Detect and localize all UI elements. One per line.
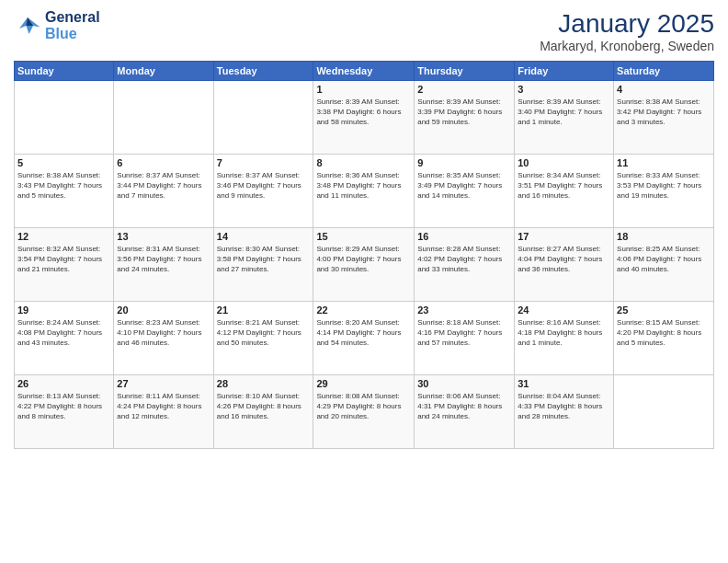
logo: General Blue [14, 9, 100, 42]
table-cell [15, 81, 114, 155]
table-cell: 4Sunrise: 8:38 AM Sunset: 3:42 PM Daylig… [614, 81, 714, 155]
table-cell: 11Sunrise: 8:33 AM Sunset: 3:53 PM Dayli… [614, 155, 714, 228]
day-info: Sunrise: 8:29 AM Sunset: 4:00 PM Dayligh… [316, 244, 411, 275]
table-cell: 19Sunrise: 8:24 AM Sunset: 4:08 PM Dayli… [15, 302, 114, 375]
table-cell: 21Sunrise: 8:21 AM Sunset: 4:12 PM Dayli… [213, 302, 313, 375]
day-number: 5 [17, 157, 110, 168]
day-info: Sunrise: 8:04 AM Sunset: 4:33 PM Dayligh… [518, 391, 610, 422]
day-number: 9 [417, 157, 511, 168]
col-friday: Friday [515, 62, 614, 81]
table-cell: 9Sunrise: 8:35 AM Sunset: 3:49 PM Daylig… [415, 155, 515, 228]
table-cell: 3Sunrise: 8:39 AM Sunset: 3:40 PM Daylig… [515, 81, 614, 155]
day-info: Sunrise: 8:11 AM Sunset: 4:24 PM Dayligh… [117, 391, 210, 422]
day-info: Sunrise: 8:39 AM Sunset: 3:39 PM Dayligh… [417, 97, 511, 128]
day-info: Sunrise: 8:36 AM Sunset: 3:48 PM Dayligh… [316, 170, 411, 201]
table-cell: 26Sunrise: 8:13 AM Sunset: 4:22 PM Dayli… [15, 375, 114, 449]
day-number: 4 [617, 84, 711, 95]
table-cell: 15Sunrise: 8:29 AM Sunset: 4:00 PM Dayli… [313, 228, 415, 302]
title-area: January 2025 Markaryd, Kronoberg, Sweden [540, 9, 714, 53]
day-number: 16 [417, 231, 511, 242]
table-cell [614, 375, 714, 449]
day-number: 10 [518, 157, 610, 168]
table-cell: 13Sunrise: 8:31 AM Sunset: 3:56 PM Dayli… [114, 228, 213, 302]
day-number: 17 [518, 231, 610, 242]
week-row-3: 12Sunrise: 8:32 AM Sunset: 3:54 PM Dayli… [15, 228, 714, 302]
day-number: 12 [17, 231, 110, 242]
table-cell: 5Sunrise: 8:38 AM Sunset: 3:43 PM Daylig… [15, 155, 114, 228]
table-cell: 29Sunrise: 8:08 AM Sunset: 4:29 PM Dayli… [313, 375, 415, 449]
table-cell: 25Sunrise: 8:15 AM Sunset: 4:20 PM Dayli… [614, 302, 714, 375]
calendar: Sunday Monday Tuesday Wednesday Thursday… [14, 61, 714, 449]
calendar-body: 1Sunrise: 8:39 AM Sunset: 3:38 PM Daylig… [15, 81, 714, 449]
day-info: Sunrise: 8:16 AM Sunset: 4:18 PM Dayligh… [518, 317, 610, 349]
day-info: Sunrise: 8:31 AM Sunset: 3:56 PM Dayligh… [117, 244, 210, 275]
col-tuesday: Tuesday [213, 62, 313, 81]
table-cell: 10Sunrise: 8:34 AM Sunset: 3:51 PM Dayli… [515, 155, 614, 228]
day-info: Sunrise: 8:18 AM Sunset: 4:16 PM Dayligh… [417, 317, 511, 349]
week-row-1: 1Sunrise: 8:39 AM Sunset: 3:38 PM Daylig… [15, 81, 714, 155]
table-cell: 14Sunrise: 8:30 AM Sunset: 3:58 PM Dayli… [213, 228, 313, 302]
day-info: Sunrise: 8:35 AM Sunset: 3:49 PM Dayligh… [417, 170, 511, 201]
col-monday: Monday [114, 62, 213, 81]
day-number: 30 [417, 378, 511, 389]
subtitle: Markaryd, Kronoberg, Sweden [540, 39, 714, 53]
calendar-header: Sunday Monday Tuesday Wednesday Thursday… [15, 62, 714, 81]
day-number: 19 [17, 304, 110, 316]
day-info: Sunrise: 8:33 AM Sunset: 3:53 PM Dayligh… [617, 170, 711, 201]
day-info: Sunrise: 8:24 AM Sunset: 4:08 PM Dayligh… [17, 317, 110, 349]
day-number: 23 [417, 304, 511, 316]
logo-icon [14, 12, 41, 40]
day-number: 28 [217, 378, 311, 389]
table-cell: 8Sunrise: 8:36 AM Sunset: 3:48 PM Daylig… [313, 155, 415, 228]
day-number: 27 [117, 378, 210, 389]
table-cell: 12Sunrise: 8:32 AM Sunset: 3:54 PM Dayli… [15, 228, 114, 302]
table-cell: 28Sunrise: 8:10 AM Sunset: 4:26 PM Dayli… [213, 375, 313, 449]
day-info: Sunrise: 8:21 AM Sunset: 4:12 PM Dayligh… [217, 317, 311, 349]
day-number: 3 [518, 84, 610, 95]
day-number: 14 [217, 231, 311, 242]
day-info: Sunrise: 8:13 AM Sunset: 4:22 PM Dayligh… [17, 391, 110, 422]
table-cell: 7Sunrise: 8:37 AM Sunset: 3:46 PM Daylig… [213, 155, 313, 228]
day-info: Sunrise: 8:37 AM Sunset: 3:46 PM Dayligh… [217, 170, 311, 201]
day-number: 31 [518, 378, 610, 389]
day-number: 18 [617, 231, 711, 242]
header: General Blue January 2025 Markaryd, Kron… [14, 9, 714, 53]
day-info: Sunrise: 8:06 AM Sunset: 4:31 PM Dayligh… [417, 391, 511, 422]
day-number: 8 [316, 157, 411, 168]
page: General Blue January 2025 Markaryd, Kron… [0, 0, 728, 563]
day-number: 20 [117, 304, 210, 316]
logo-text: General Blue [45, 9, 100, 42]
main-title: January 2025 [540, 9, 714, 39]
week-row-2: 5Sunrise: 8:38 AM Sunset: 3:43 PM Daylig… [15, 155, 714, 228]
day-info: Sunrise: 8:32 AM Sunset: 3:54 PM Dayligh… [17, 244, 110, 275]
week-row-5: 26Sunrise: 8:13 AM Sunset: 4:22 PM Dayli… [15, 375, 714, 449]
table-cell: 22Sunrise: 8:20 AM Sunset: 4:14 PM Dayli… [313, 302, 415, 375]
table-cell: 31Sunrise: 8:04 AM Sunset: 4:33 PM Dayli… [515, 375, 614, 449]
table-cell: 20Sunrise: 8:23 AM Sunset: 4:10 PM Dayli… [114, 302, 213, 375]
table-cell [114, 81, 213, 155]
day-number: 24 [518, 304, 610, 316]
col-wednesday: Wednesday [313, 62, 415, 81]
day-number: 15 [316, 231, 411, 242]
col-saturday: Saturday [614, 62, 714, 81]
day-number: 13 [117, 231, 210, 242]
week-row-4: 19Sunrise: 8:24 AM Sunset: 4:08 PM Dayli… [15, 302, 714, 375]
day-info: Sunrise: 8:28 AM Sunset: 4:02 PM Dayligh… [417, 244, 511, 275]
day-number: 11 [617, 157, 711, 168]
table-cell: 27Sunrise: 8:11 AM Sunset: 4:24 PM Dayli… [114, 375, 213, 449]
table-cell: 6Sunrise: 8:37 AM Sunset: 3:44 PM Daylig… [114, 155, 213, 228]
day-info: Sunrise: 8:38 AM Sunset: 3:43 PM Dayligh… [17, 170, 110, 201]
day-number: 25 [617, 304, 711, 316]
table-cell: 30Sunrise: 8:06 AM Sunset: 4:31 PM Dayli… [415, 375, 515, 449]
day-number: 21 [217, 304, 311, 316]
day-info: Sunrise: 8:20 AM Sunset: 4:14 PM Dayligh… [316, 317, 411, 349]
day-number: 26 [17, 378, 110, 389]
day-number: 7 [217, 157, 311, 168]
day-info: Sunrise: 8:39 AM Sunset: 3:40 PM Dayligh… [518, 97, 610, 128]
day-number: 6 [117, 157, 210, 168]
table-cell: 23Sunrise: 8:18 AM Sunset: 4:16 PM Dayli… [415, 302, 515, 375]
day-number: 2 [417, 84, 511, 95]
day-info: Sunrise: 8:27 AM Sunset: 4:04 PM Dayligh… [518, 244, 610, 275]
day-info: Sunrise: 8:34 AM Sunset: 3:51 PM Dayligh… [518, 170, 610, 201]
day-number: 22 [316, 304, 411, 316]
